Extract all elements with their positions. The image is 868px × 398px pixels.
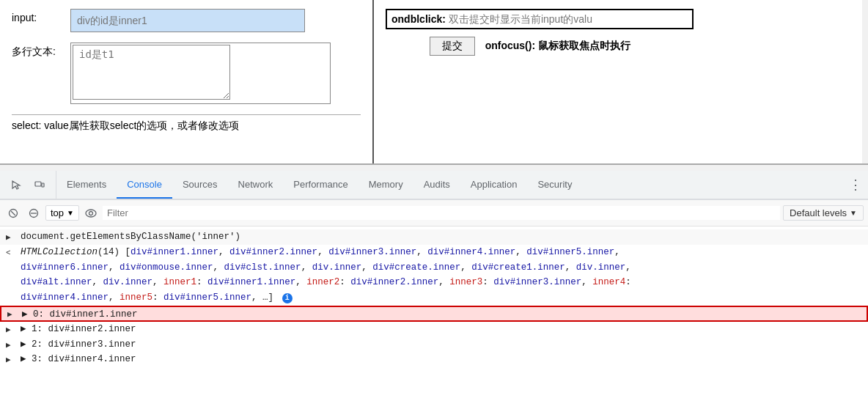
collection-text-3: div#alt.inner, div.inner, inner1: div#in… [21,276,862,290]
console-item3: ▶ ▶ 3: div#inner4.inner [0,352,868,367]
collapse-arrow-1[interactable]: < [6,247,16,259]
info-icon[interactable]: i [282,293,293,303]
collection-text-1: HTMLCollection(14) [div#inner1.inner, di… [21,246,862,259]
tab-network[interactable]: Network [228,171,284,199]
default-levels-selector[interactable]: Default levels ▼ [783,205,864,221]
console-item0-highlighted[interactable]: ▶ ▶ 0: div#inner1.inner [0,306,868,322]
submit-row: 提交 onfocus(): 鼠标获取焦点时执行 [386,37,856,60]
svg-line-4 [11,211,15,215]
cursor-icon[interactable] [6,174,26,195]
context-selector[interactable]: top ▼ [45,205,79,221]
item3-text: ▶ 3: div#inner4.inner [21,353,862,366]
tab-sources[interactable]: Sources [172,171,228,199]
tab-application[interactable]: Application [460,171,528,199]
browser-content: input: 多行文本: select: value属性获取select的选项，… [0,0,868,165]
left-pane: input: 多行文本: select: value属性获取select的选项，… [0,0,374,163]
block-icon[interactable] [25,204,43,222]
select-text: select: value属性获取select的选项，或者修改选项 [12,114,361,133]
ondblclick-row: ondblclick: [386,9,694,29]
input-label: input: [12,9,70,23]
expand-arrow-item2[interactable]: ▶ [6,339,16,352]
right-pane: ondblclick: 提交 onfocus(): 鼠标获取焦点时执行 [374,0,868,163]
console-output[interactable]: ▶ document.getElementsByClassName('inner… [0,226,868,398]
tab-audits[interactable]: Audits [413,171,460,199]
item1-text: ▶ 1: div#inner2.inner [21,323,862,336]
expand-arrow-item1[interactable]: ▶ [6,324,16,336]
devtools-tabs: Elements Console Sources Network Perform… [56,171,843,199]
context-dropdown-arrow: ▼ [67,209,74,217]
input-field[interactable] [70,9,305,32]
input-row: input: [12,9,361,32]
svg-rect-1 [35,182,41,186]
tab-memory[interactable]: Memory [358,171,413,199]
horizontal-scrollbar[interactable] [0,165,868,171]
tab-elements[interactable]: Elements [56,171,117,199]
svg-rect-2 [42,183,44,187]
more-options-icon[interactable]: ⋮ [843,171,868,199]
expand-arrow-item0[interactable]: ▶ [7,309,18,319]
expand-arrow-input[interactable]: ▶ [6,232,16,244]
svg-point-8 [89,211,92,215]
tab-performance[interactable]: Performance [283,171,358,199]
filter-input[interactable] [103,206,780,220]
console-toolbar: top ▼ Default levels ▼ [0,200,868,226]
default-levels-label: Default levels [790,207,847,218]
tab-security[interactable]: Security [527,171,582,199]
console-output-line3: div#alt.inner, div.inner, inner1: div#in… [0,275,868,290]
console-input-line: ▶ document.getElementsByClassName('inner… [0,229,868,245]
right-scrollbar[interactable] [862,0,868,163]
svg-marker-0 [12,181,20,189]
console-output-line4: div#inner4.inner, inner5: div#inner5.inn… [0,290,868,306]
context-value: top [51,207,64,218]
textarea-field[interactable] [73,45,230,100]
item2-text: ▶ 2: div#inner3.inner [21,338,862,352]
clear-console-icon[interactable] [4,204,22,222]
collection-text-4: div#inner4.inner, inner5: div#inner5.inn… [21,291,862,305]
item0-text: ▶ 0: div#inner1.inner [22,308,861,320]
console-output-line1: < HTMLCollection(14) [div#inner1.inner, … [0,245,868,260]
collection-text-2: div#inner6.inner, div#onmouse.inner, div… [21,261,862,275]
ondblclick-label: ondblclick: [391,13,446,25]
expand-arrow-item3[interactable]: ▶ [6,354,16,366]
submit-button[interactable]: 提交 [430,37,475,56]
onfocus-text: onfocus(): 鼠标获取焦点时执行 [485,40,630,51]
textarea-wrapper [70,43,331,104]
textarea-label: 多行文本: [12,43,70,59]
tab-console[interactable]: Console [117,171,172,199]
device-toggle-icon[interactable] [29,174,50,195]
eye-icon[interactable] [82,204,100,222]
default-levels-arrow: ▼ [850,209,857,217]
console-item1: ▶ ▶ 1: div#inner2.inner [0,322,868,337]
textarea-row: 多行文本: [12,43,361,104]
ondblclick-input[interactable] [446,13,688,25]
devtools-icon-group [0,171,56,199]
svg-point-7 [86,210,96,217]
console-item2: ▶ ▶ 2: div#inner3.inner [0,337,868,353]
console-output-line2: div#inner6.inner, div#onmouse.inner, div… [0,260,868,276]
devtools-toolbar: Elements Console Sources Network Perform… [0,171,868,200]
console-input-text: document.getElementsByClassName('inner') [21,230,862,244]
